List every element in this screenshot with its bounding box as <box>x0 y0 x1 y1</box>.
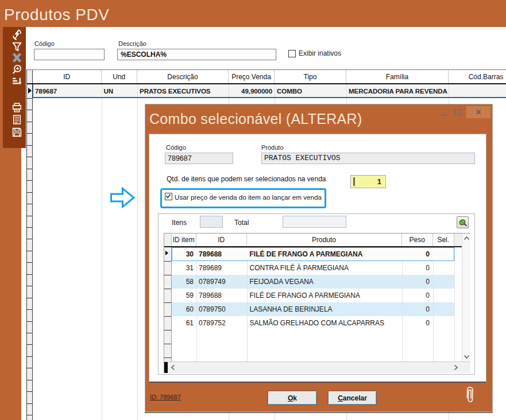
grid-line <box>402 247 403 361</box>
column-header-id[interactable]: ID <box>33 70 102 83</box>
record-id-link[interactable]: ID: 789687 <box>150 394 181 400</box>
scroll-down-icon[interactable] <box>464 355 469 359</box>
selector-tick <box>164 316 171 317</box>
items-cell-sel <box>433 261 454 275</box>
column-header-familia[interactable]: Família <box>346 70 449 83</box>
descricao-filter-label: Descrição <box>118 40 146 47</box>
products-grid-header: ID Und Descrição Preço Venda Tipo Famíli… <box>27 70 506 83</box>
main-titlebar: Produtos PDV <box>0 0 506 27</box>
scroll-up-icon[interactable] <box>464 236 469 240</box>
qtd-itens-field[interactable]: 1 <box>350 175 386 188</box>
save-icon[interactable] <box>11 127 22 138</box>
column-header-produto[interactable]: Produto <box>247 234 402 246</box>
column-header-descricao[interactable]: Descrição <box>137 70 229 83</box>
grid-line <box>433 247 434 361</box>
grid-line <box>137 98 138 420</box>
app-screen: Produtos PDV <box>0 0 506 420</box>
items-cell-id-item: 30 <box>172 247 197 261</box>
selector-tick <box>27 110 32 110</box>
scrollbar-thumb[interactable] <box>164 362 168 373</box>
items-row[interactable]: 610789752SALMÃO GRELHADO COM ALCAPARRAS0 <box>172 316 454 330</box>
column-header-item-id[interactable]: ID <box>196 234 247 246</box>
cancel-button[interactable]: Cancelar <box>328 391 377 405</box>
search-icon <box>458 218 468 227</box>
cell-id: 789687 <box>33 84 102 97</box>
maximize-icon[interactable] <box>455 109 462 115</box>
clear-filter-icon[interactable] <box>11 52 22 63</box>
selector-tick <box>27 251 32 251</box>
annotation-highlight-box <box>160 188 326 208</box>
selector-tick <box>27 415 32 415</box>
items-row[interactable]: 59789688FILÉ DE FRANGO A PARMEGIANA0 <box>172 289 454 302</box>
items-cell-produto: FILÉ DE FRANGO A PARMEGIANA <box>247 247 402 261</box>
dialog-produto-field[interactable]: PRATOS EXECUTIVOS <box>261 153 475 164</box>
itens-field[interactable] <box>200 216 223 228</box>
table-row[interactable]: 789687 UN PRATOS EXECUTIVOS 49,900000 CO… <box>33 84 506 97</box>
scroll-right-icon[interactable] <box>454 365 458 370</box>
items-horizontal-scrollbar[interactable] <box>164 361 470 373</box>
items-cell-sel <box>433 316 454 330</box>
items-cell-produto: SALMÃO GRELHADO COM ALCAPARRAS <box>247 316 402 330</box>
items-cell-id: 789688 <box>196 247 247 261</box>
cell-cod-barras <box>449 84 506 97</box>
items-cell-id: 0789750 <box>196 302 247 316</box>
codigo-filter-input[interactable] <box>34 49 105 60</box>
selector-tick <box>27 98 32 99</box>
column-header-tipo[interactable]: Tipo <box>275 70 346 83</box>
column-header-id-item[interactable]: ID item <box>172 234 197 246</box>
items-row[interactable]: 30789688FILÉ DE FRANGO A PARMEGIANA0 <box>172 247 454 261</box>
column-header-und[interactable]: Und <box>102 70 138 83</box>
scroll-left-icon[interactable] <box>171 365 175 370</box>
selector-tick <box>27 356 32 357</box>
products-grid-selector-header <box>27 70 33 83</box>
exibir-inativos-checkbox[interactable] <box>288 50 296 57</box>
total-field[interactable] <box>283 216 346 228</box>
items-cell-produto: CONTRA FILÉ À PARMEGIANA <box>247 261 402 275</box>
descricao-filter-input[interactable]: %ESCOLHA% <box>117 49 276 60</box>
codigo-filter-label: Código <box>34 40 55 47</box>
items-cell-id: 0789749 <box>196 275 247 289</box>
items-grid-header: ID item ID Produto Peso Sel. <box>164 234 462 247</box>
selector-tick <box>27 122 32 122</box>
refresh-bolt-icon[interactable] <box>11 29 22 40</box>
selector-tick <box>27 403 32 404</box>
items-cell-id-item: 59 <box>172 289 197 302</box>
selector-tick <box>27 286 32 286</box>
cell-familia: MERCADORIA PARA REVENDA <box>347 84 449 97</box>
current-row-marker-icon <box>28 88 32 94</box>
dialog-codigo-field[interactable]: 789687 <box>165 153 233 164</box>
items-cell-id-item: 58 <box>172 275 197 289</box>
report-icon[interactable] <box>11 114 22 125</box>
column-header-peso[interactable]: Peso <box>402 234 434 246</box>
qtd-itens-value: 1 <box>377 177 381 186</box>
search-items-button[interactable] <box>457 216 469 228</box>
column-header-sel[interactable]: Sel. <box>433 234 454 246</box>
minimize-icon[interactable] <box>441 114 446 116</box>
itens-panel: Itens Total ID item ID Pr <box>158 213 475 375</box>
sort-icon[interactable] <box>11 76 22 87</box>
filter-icon[interactable] <box>11 41 22 52</box>
grid-line <box>102 98 102 420</box>
zoom-plus-icon[interactable] <box>11 64 22 75</box>
print-icon[interactable] <box>11 102 22 113</box>
items-row[interactable]: 31789689CONTRA FILÉ À PARMEGIANA0 <box>172 261 454 275</box>
items-vertical-scrollbar[interactable] <box>462 234 471 361</box>
selector-tick <box>27 368 32 368</box>
grid-line <box>247 247 248 361</box>
products-grid-selector-column <box>26 84 33 420</box>
items-row[interactable]: 600789750LASANHA DE BERINJELA0 <box>172 302 454 316</box>
selector-tick <box>27 321 32 322</box>
ok-button[interactable]: Ok <box>268 391 317 405</box>
selector-tick <box>27 262 32 263</box>
selected-row-underline <box>33 97 506 98</box>
column-header-cod-barras[interactable]: Cód.Barras <box>449 70 506 83</box>
items-row[interactable]: 580789749FEIJOADA VEGANA0 <box>172 275 454 289</box>
close-icon[interactable]: ✕ <box>466 106 490 118</box>
total-label: Total <box>234 219 249 227</box>
items-cell-peso: 0 <box>402 289 434 302</box>
selector-tick <box>27 216 32 216</box>
grid-line <box>454 247 455 361</box>
selector-tick <box>27 180 32 181</box>
column-header-preco-venda[interactable]: Preço Venda <box>229 70 275 83</box>
items-cell-sel <box>433 247 454 261</box>
